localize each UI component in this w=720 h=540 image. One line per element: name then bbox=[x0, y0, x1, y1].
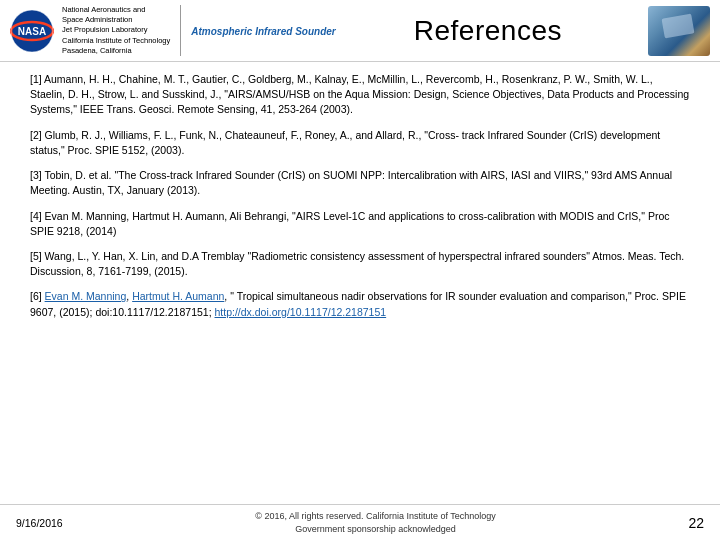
footer-copyright: © 2016, All rights reserved. California … bbox=[255, 510, 496, 535]
header-title-area: References bbox=[336, 15, 640, 47]
ref6-link-aumann[interactable]: Hartmut H. Aumann bbox=[132, 290, 224, 302]
reference-3: [3] Tobin, D. et al. "The Cross-track In… bbox=[30, 168, 690, 198]
footer-page-number: 22 bbox=[688, 515, 704, 531]
svg-text:NASA: NASA bbox=[18, 26, 46, 37]
reference-5: [5] Wang, L., Y. Han, X. Lin, and D.A Tr… bbox=[30, 249, 690, 279]
page: NASA National Aeronautics and Space Admi… bbox=[0, 0, 720, 540]
page-title: References bbox=[414, 15, 562, 47]
reference-1: [1] Aumann, H. H., Chahine, M. T., Gauti… bbox=[30, 72, 690, 118]
reference-2: [2] Glumb, R. J., Williams, F. L., Funk,… bbox=[30, 128, 690, 158]
satellite-image bbox=[648, 6, 710, 56]
ref6-link-manning[interactable]: Evan M. Manning bbox=[45, 290, 127, 302]
footer: 9/16/2016 © 2016, All rights reserved. C… bbox=[0, 504, 720, 540]
reference-6: [6] Evan M. Manning, Hartmut H. Aumann, … bbox=[30, 289, 690, 319]
reference-4: [4] Evan M. Manning, Hartmut H. Aumann, … bbox=[30, 209, 690, 239]
header-org: National Aeronautics and Space Administr… bbox=[62, 5, 181, 56]
nasa-logo: NASA bbox=[10, 9, 54, 53]
content: [1] Aumann, H. H., Chahine, M. T., Gauti… bbox=[0, 62, 720, 504]
header: NASA National Aeronautics and Space Admi… bbox=[0, 0, 720, 62]
airs-label: Atmospheric Infrared Sounder bbox=[191, 26, 335, 37]
header-right bbox=[640, 6, 710, 56]
footer-date: 9/16/2016 bbox=[16, 517, 63, 529]
ref6-doi-link[interactable]: http://dx.doi.org/10.1117/12.2187151 bbox=[215, 306, 387, 318]
